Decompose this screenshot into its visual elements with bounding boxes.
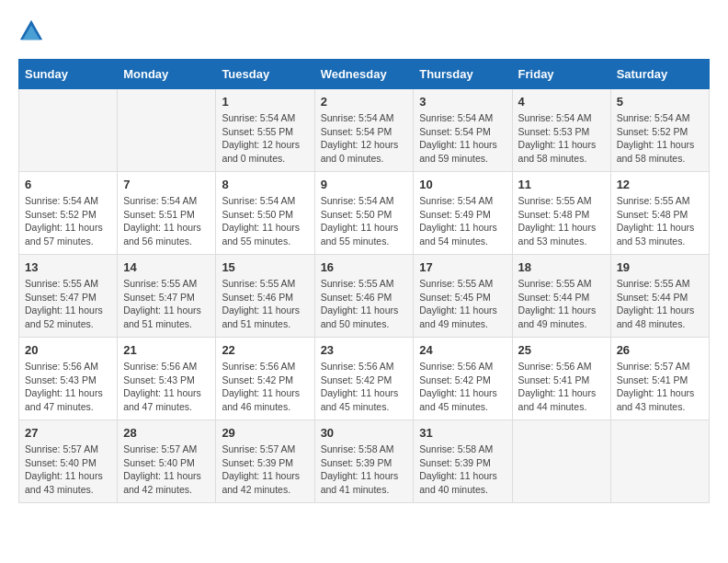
day-of-week-header: Wednesday (314, 60, 414, 89)
day-info: Sunrise: 5:56 AMSunset: 5:43 PMDaylight:… (123, 360, 210, 414)
calendar-cell: 21Sunrise: 5:56 AMSunset: 5:43 PMDayligh… (118, 338, 216, 420)
calendar-cell: 26Sunrise: 5:57 AMSunset: 5:41 PMDayligh… (610, 338, 709, 420)
calendar-week-row: 6Sunrise: 5:54 AMSunset: 5:52 PMDaylight… (19, 172, 710, 255)
day-number: 28 (123, 426, 210, 440)
day-number: 18 (518, 260, 605, 274)
day-info: Sunrise: 5:55 AMSunset: 5:47 PMDaylight:… (25, 277, 111, 331)
day-number: 14 (123, 260, 210, 274)
day-number: 2 (321, 95, 408, 109)
day-number: 24 (419, 343, 506, 357)
day-info: Sunrise: 5:54 AMSunset: 5:54 PMDaylight:… (419, 111, 506, 166)
day-number: 16 (321, 260, 408, 274)
calendar-cell: 22Sunrise: 5:56 AMSunset: 5:42 PMDayligh… (216, 338, 314, 420)
day-number: 3 (419, 95, 506, 109)
calendar-cell: 10Sunrise: 5:54 AMSunset: 5:49 PMDayligh… (414, 172, 512, 255)
calendar-cell: 3Sunrise: 5:54 AMSunset: 5:54 PMDaylight… (414, 89, 512, 172)
calendar-cell: 27Sunrise: 5:57 AMSunset: 5:40 PMDayligh… (19, 420, 118, 503)
day-number: 25 (518, 343, 605, 357)
calendar-week-row: 20Sunrise: 5:56 AMSunset: 5:43 PMDayligh… (19, 338, 710, 420)
day-number: 5 (617, 95, 703, 109)
calendar-cell: 14Sunrise: 5:55 AMSunset: 5:47 PMDayligh… (118, 255, 216, 338)
day-number: 10 (419, 178, 506, 191)
calendar-cell: 28Sunrise: 5:57 AMSunset: 5:40 PMDayligh… (118, 420, 216, 503)
day-of-week-header: Monday (118, 60, 216, 89)
day-info: Sunrise: 5:55 AMSunset: 5:46 PMDaylight:… (321, 277, 408, 331)
day-number: 9 (321, 178, 408, 191)
calendar-cell: 30Sunrise: 5:58 AMSunset: 5:39 PMDayligh… (314, 420, 414, 503)
calendar-cell (610, 420, 709, 503)
day-number: 6 (25, 178, 111, 191)
day-of-week-header: Friday (512, 60, 610, 89)
day-number: 23 (321, 343, 408, 357)
calendar-cell: 6Sunrise: 5:54 AMSunset: 5:52 PMDaylight… (19, 172, 118, 255)
day-info: Sunrise: 5:57 AMSunset: 5:40 PMDaylight:… (123, 442, 210, 497)
day-info: Sunrise: 5:56 AMSunset: 5:43 PMDaylight:… (25, 360, 111, 414)
calendar-cell: 18Sunrise: 5:55 AMSunset: 5:44 PMDayligh… (512, 255, 610, 338)
day-info: Sunrise: 5:55 AMSunset: 5:45 PMDaylight:… (419, 277, 506, 331)
day-info: Sunrise: 5:55 AMSunset: 5:47 PMDaylight:… (123, 277, 210, 331)
day-number: 19 (617, 260, 703, 274)
logo (18, 18, 48, 44)
calendar-cell: 31Sunrise: 5:58 AMSunset: 5:39 PMDayligh… (414, 420, 512, 503)
calendar-cell: 1Sunrise: 5:54 AMSunset: 5:55 PMDaylight… (216, 89, 314, 172)
calendar-cell: 16Sunrise: 5:55 AMSunset: 5:46 PMDayligh… (314, 255, 414, 338)
calendar-cell: 7Sunrise: 5:54 AMSunset: 5:51 PMDaylight… (118, 172, 216, 255)
day-info: Sunrise: 5:55 AMSunset: 5:48 PMDaylight:… (617, 194, 703, 248)
day-info: Sunrise: 5:56 AMSunset: 5:42 PMDaylight:… (222, 360, 308, 414)
day-number: 22 (222, 343, 308, 357)
day-info: Sunrise: 5:57 AMSunset: 5:39 PMDaylight:… (222, 442, 308, 497)
calendar-cell (19, 89, 118, 172)
day-info: Sunrise: 5:54 AMSunset: 5:52 PMDaylight:… (25, 194, 111, 248)
day-info: Sunrise: 5:58 AMSunset: 5:39 PMDaylight:… (321, 442, 408, 497)
calendar-cell (118, 89, 216, 172)
calendar-cell: 12Sunrise: 5:55 AMSunset: 5:48 PMDayligh… (610, 172, 709, 255)
day-info: Sunrise: 5:56 AMSunset: 5:41 PMDaylight:… (518, 360, 605, 414)
day-info: Sunrise: 5:54 AMSunset: 5:50 PMDaylight:… (321, 194, 408, 248)
calendar-cell (512, 420, 610, 503)
day-number: 13 (25, 260, 111, 274)
calendar-cell: 24Sunrise: 5:56 AMSunset: 5:42 PMDayligh… (414, 338, 512, 420)
calendar-cell: 11Sunrise: 5:55 AMSunset: 5:48 PMDayligh… (512, 172, 610, 255)
day-number: 8 (222, 178, 308, 191)
day-number: 31 (419, 426, 506, 440)
day-number: 30 (321, 426, 408, 440)
calendar-week-row: 1Sunrise: 5:54 AMSunset: 5:55 PMDaylight… (19, 89, 710, 172)
day-number: 27 (25, 426, 111, 440)
day-number: 11 (518, 178, 605, 191)
calendar-cell: 13Sunrise: 5:55 AMSunset: 5:47 PMDayligh… (19, 255, 118, 338)
calendar-cell: 4Sunrise: 5:54 AMSunset: 5:53 PMDaylight… (512, 89, 610, 172)
day-of-week-header: Saturday (610, 60, 709, 89)
calendar-cell: 19Sunrise: 5:55 AMSunset: 5:44 PMDayligh… (610, 255, 709, 338)
day-info: Sunrise: 5:54 AMSunset: 5:52 PMDaylight:… (617, 111, 703, 166)
day-info: Sunrise: 5:54 AMSunset: 5:49 PMDaylight:… (419, 194, 506, 248)
day-info: Sunrise: 5:55 AMSunset: 5:48 PMDaylight:… (518, 194, 605, 248)
day-info: Sunrise: 5:54 AMSunset: 5:54 PMDaylight:… (321, 111, 408, 166)
calendar-cell: 29Sunrise: 5:57 AMSunset: 5:39 PMDayligh… (216, 420, 314, 503)
day-number: 12 (617, 178, 703, 191)
day-number: 21 (123, 343, 210, 357)
day-number: 1 (222, 95, 308, 109)
day-info: Sunrise: 5:57 AMSunset: 5:40 PMDaylight:… (25, 442, 111, 497)
calendar: SundayMondayTuesdayWednesdayThursdayFrid… (18, 59, 710, 503)
day-info: Sunrise: 5:55 AMSunset: 5:46 PMDaylight:… (222, 277, 308, 331)
logo-icon (18, 18, 44, 44)
day-of-week-header: Tuesday (216, 60, 314, 89)
day-info: Sunrise: 5:55 AMSunset: 5:44 PMDaylight:… (518, 277, 605, 331)
day-number: 7 (123, 178, 210, 191)
day-info: Sunrise: 5:55 AMSunset: 5:44 PMDaylight:… (617, 277, 703, 331)
calendar-cell: 15Sunrise: 5:55 AMSunset: 5:46 PMDayligh… (216, 255, 314, 338)
day-info: Sunrise: 5:54 AMSunset: 5:55 PMDaylight:… (222, 111, 308, 166)
day-number: 4 (518, 95, 605, 109)
calendar-cell: 20Sunrise: 5:56 AMSunset: 5:43 PMDayligh… (19, 338, 118, 420)
day-number: 20 (25, 343, 111, 357)
day-info: Sunrise: 5:54 AMSunset: 5:51 PMDaylight:… (123, 194, 210, 248)
day-info: Sunrise: 5:57 AMSunset: 5:41 PMDaylight:… (617, 360, 703, 414)
day-number: 29 (222, 426, 308, 440)
calendar-cell: 9Sunrise: 5:54 AMSunset: 5:50 PMDaylight… (314, 172, 414, 255)
calendar-cell: 5Sunrise: 5:54 AMSunset: 5:52 PMDaylight… (610, 89, 709, 172)
day-info: Sunrise: 5:56 AMSunset: 5:42 PMDaylight:… (419, 360, 506, 414)
calendar-cell: 23Sunrise: 5:56 AMSunset: 5:42 PMDayligh… (314, 338, 414, 420)
calendar-week-row: 27Sunrise: 5:57 AMSunset: 5:40 PMDayligh… (19, 420, 710, 503)
day-number: 17 (419, 260, 506, 274)
day-number: 26 (617, 343, 703, 357)
